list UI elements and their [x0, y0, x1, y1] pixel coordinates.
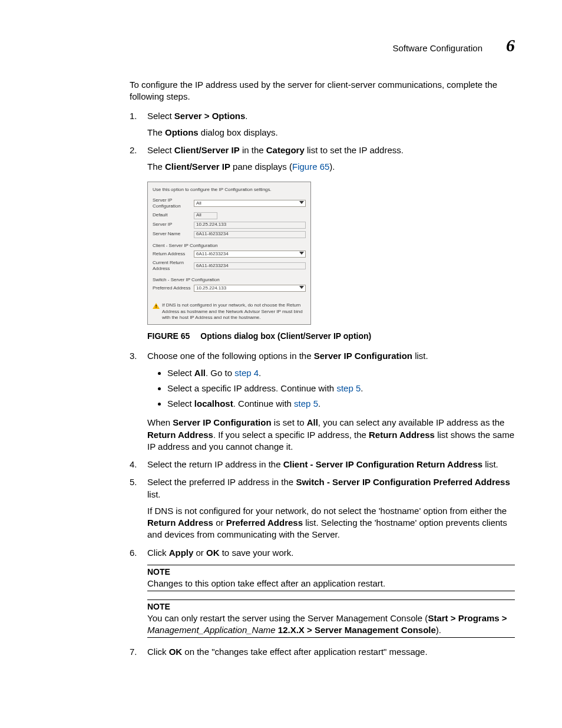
text: list.: [482, 459, 498, 469]
step-3-para: When Server IP Configuration is set to A…: [147, 417, 515, 453]
chevron-down-icon: [299, 201, 304, 204]
option-specific: Select a specific IP address. Continue w…: [167, 383, 515, 394]
option-localhost: Select localhost. Continue with step 5.: [167, 398, 515, 410]
figure-title: Options dialog box (Client/Server IP opt…: [200, 331, 371, 341]
server-ip-field: 10.25.224.133: [194, 222, 306, 229]
value: 6A11-I6233234: [196, 263, 229, 269]
text: in the: [240, 145, 266, 155]
step-5: Select the preferred IP address in the S…: [130, 476, 515, 541]
chevron-down-icon: [299, 286, 304, 289]
text: .: [361, 383, 363, 393]
warning-icon: [153, 302, 160, 309]
field-name: Preferred Address: [226, 518, 303, 528]
rule: [147, 637, 515, 638]
row-return-address: Return Address 6A11-I6233234: [153, 251, 306, 258]
menu-path: Server > Options: [174, 111, 245, 121]
label: Return Address: [153, 251, 194, 257]
row-preferred-address: Preferred Address 10.25.224.133: [153, 285, 306, 292]
step-3-options: Select All. Go to step 4. Select a speci…: [167, 367, 515, 410]
category-name: Client/Server IP: [174, 145, 240, 155]
text: .: [318, 398, 320, 409]
note-1: NOTE Changes to this option take effect …: [147, 565, 515, 591]
text: If DNS is not configured for your networ…: [147, 506, 507, 516]
text: ).: [436, 625, 441, 635]
intro-paragraph: To configure the IP address used by the …: [130, 79, 515, 103]
step-4: Select the return IP address in the Clie…: [130, 459, 515, 470]
row-server-ip: Server IP 10.25.224.133: [153, 222, 306, 229]
text: The: [147, 127, 165, 137]
text: Select the return IP address in the: [147, 459, 283, 469]
pane-name: Client/Server IP: [165, 162, 230, 172]
text: . Continue with: [233, 398, 294, 409]
text: ).: [329, 162, 335, 172]
section-title: Software Configuration: [392, 43, 482, 53]
button-name: Apply: [169, 548, 194, 558]
text: When: [147, 417, 173, 427]
page-header: Software Configuration 6: [47, 35, 515, 55]
label: Current Return Address: [153, 260, 194, 272]
step-1: Select Server > Options. The Options dia…: [130, 110, 515, 139]
dialog-name: Options: [165, 127, 199, 137]
text: list.: [412, 351, 428, 361]
step-6: Click Apply or OK to save your work. NOT…: [130, 547, 515, 638]
step-7: Click OK on the "changes take effect aft…: [130, 646, 515, 658]
page: Software Configuration 6 To configure th…: [0, 0, 562, 728]
step-link[interactable]: step 5: [336, 383, 361, 393]
server-name-field: 6A11-I6233234: [194, 231, 306, 238]
text: Click: [147, 647, 169, 657]
label: Server IP: [153, 222, 194, 228]
button-name: OK: [169, 647, 183, 657]
content: To configure the IP address used by the …: [130, 79, 515, 658]
step-2: Select Client/Server IP in the Category …: [130, 144, 515, 342]
option-name: localhost: [194, 398, 233, 409]
text: . If you select a specific IP address, t…: [213, 430, 369, 440]
note-text: You can only restart the server using th…: [147, 612, 515, 637]
menu-path: Start > Programs >: [428, 613, 507, 623]
note-2: NOTE You can only restart the server usi…: [147, 599, 515, 638]
text: The: [147, 162, 165, 172]
text: or: [193, 548, 206, 558]
current-return-field: 6A11-I6233234: [194, 262, 306, 269]
step-1-sub: The Options dialog box displays.: [147, 127, 515, 139]
value: 10.25.224.133: [196, 285, 226, 291]
figure-caption: FIGURE 65Options dialog box (Client/Serv…: [147, 331, 515, 342]
list-name: Category: [266, 145, 305, 155]
text: list.: [147, 489, 161, 499]
text: Select: [167, 398, 194, 409]
note-text: Changes to this option take effect after…: [147, 578, 515, 589]
steps-list: Select Server > Options. The Options dia…: [130, 110, 515, 658]
dialog-intro: Use this option to configure the IP Conf…: [153, 187, 306, 193]
server-ip-config-dropdown[interactable]: All: [194, 200, 306, 207]
text: Select a specific IP address. Continue w…: [167, 383, 336, 393]
figure-65: Use this option to configure the IP Conf…: [147, 182, 515, 342]
row-current-return: Current Return Address 6A11-I6233234: [153, 260, 306, 272]
figure-link[interactable]: Figure 65: [292, 162, 329, 172]
warning-text: If DNS is not configured in your network…: [162, 302, 306, 321]
text: Choose one of the following options in t…: [147, 351, 314, 361]
preferred-address-dropdown[interactable]: 10.25.224.133: [194, 285, 306, 292]
step-5-para: If DNS is not configured for your networ…: [147, 505, 515, 541]
chevron-down-icon: [299, 252, 304, 255]
option-all: Select All. Go to step 4.: [167, 367, 515, 379]
text: You can only restart the server using th…: [147, 613, 428, 623]
text: on the "changes take effect after applic…: [182, 647, 427, 657]
text: pane displays (: [230, 162, 292, 172]
default-field: All: [194, 212, 217, 219]
step-link[interactable]: step 4: [234, 368, 259, 378]
return-address-dropdown[interactable]: 6A11-I6233234: [194, 251, 306, 258]
value: All: [196, 200, 201, 206]
field-name: Server IP Configuration: [173, 417, 271, 427]
label: Server IP Configuration: [153, 197, 194, 210]
step-link[interactable]: step 5: [294, 398, 318, 409]
chapter-number: 6: [506, 35, 515, 55]
value-name: All: [307, 417, 318, 427]
text: . Go to: [206, 368, 234, 378]
text: , you can select any available IP addres…: [318, 417, 505, 427]
button-name: OK: [206, 548, 220, 558]
text: Select: [167, 368, 194, 378]
text: to save your work.: [220, 548, 294, 558]
text: or: [213, 518, 226, 528]
section-switch-server: Switch - Server IP Configuration: [153, 277, 306, 283]
value: All: [196, 212, 201, 218]
text: Select: [147, 145, 174, 155]
